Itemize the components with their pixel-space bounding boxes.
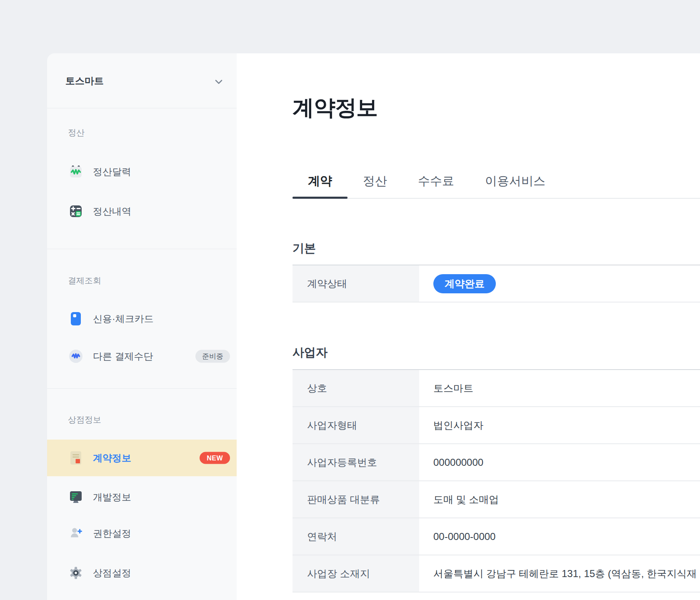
row-label: 연락처 (292, 518, 419, 555)
sidebar-item-label: 상점설정 (93, 567, 131, 580)
section-label-store-info: 상점정보 (68, 413, 101, 426)
sidebar-item-label: 정산달력 (93, 165, 131, 178)
table-row: 사업자등록번호 000000000 (292, 444, 700, 481)
sidebar-item-contract-info[interactable]: 계약정보 NEW (47, 440, 237, 476)
sidebar-item-label: 권한설정 (93, 527, 131, 540)
merchant-selector[interactable]: 토스마트 (47, 53, 237, 108)
credit-card-icon (69, 312, 83, 326)
ready-badge: 준비중 (195, 350, 230, 363)
sidebar-item-label: 다른 결제수단 (93, 350, 153, 363)
new-badge: NEW (200, 452, 230, 464)
table-row: 판매상품 대분류 도매 및 소매업 (292, 481, 700, 518)
person-add-icon (69, 526, 83, 540)
merchant-name: 토스마트 (65, 53, 104, 108)
sidebar-item-label: 신용·체크카드 (93, 312, 154, 325)
row-label: 사업자등록번호 (292, 444, 419, 480)
sidebar-divider (47, 249, 237, 249)
table-row: 사업자형태 법인사업자 (292, 407, 700, 444)
row-value: 서울특별시 강남구 테헤란로 131, 15층 (역삼동, 한국지식재 (419, 555, 700, 592)
tab-settlement[interactable]: 정산 (348, 164, 402, 198)
page-title: 계약정보 (292, 93, 378, 122)
table-row: 상호 토스마트 (292, 370, 700, 407)
section-heading-business: 사업자 (292, 345, 328, 360)
row-value: 000000000 (419, 444, 700, 480)
basic-info-table: 계약상태 계약완료 (292, 265, 700, 302)
row-value: 토스마트 (419, 370, 700, 406)
won-circle-icon (69, 349, 83, 363)
table-row: 계약상태 계약완료 (292, 265, 700, 302)
row-label: 사업자형태 (292, 407, 419, 443)
tab-fees[interactable]: 수수료 (402, 164, 470, 198)
sidebar-item-credit-check-card[interactable]: 신용·체크카드 (47, 307, 237, 330)
sidebar-item-label: 정산내역 (93, 205, 131, 218)
sidebar-item-settlement-calendar[interactable]: 정산달력 (47, 160, 237, 183)
business-info-table: 상호 토스마트 사업자형태 법인사업자 사업자등록번호 000000000 판매… (292, 369, 700, 592)
contract-status-badge: 계약완료 (433, 274, 496, 293)
row-label: 사업장 소재지 (292, 555, 419, 592)
section-label-payments: 결제조회 (68, 274, 101, 287)
sidebar-item-settlement-history[interactable]: 정산내역 (47, 200, 237, 223)
gear-icon (69, 566, 83, 580)
row-value: 계약완료 (419, 265, 700, 302)
tab-contract[interactable]: 계약 (292, 164, 348, 198)
dev-monitor-icon (69, 490, 83, 504)
sidebar-item-label: 개발정보 (93, 491, 131, 504)
sidebar-item-dev-info[interactable]: 개발정보 (47, 485, 237, 509)
row-value: 00-0000-0000 (419, 518, 700, 555)
settlement-history-icon (69, 204, 83, 218)
chevron-down-icon[interactable] (213, 76, 224, 87)
table-row: 사업장 소재지 서울특별시 강남구 테헤란로 131, 15층 (역삼동, 한국… (292, 555, 700, 592)
sidebar-item-store-settings[interactable]: 상점설정 (47, 561, 237, 585)
table-row: 연락처 00-0000-0000 (292, 518, 700, 555)
row-value: 법인사업자 (419, 407, 700, 443)
settlement-calendar-icon (69, 165, 83, 179)
tab-bar: 계약 정산 수수료 이용서비스 (292, 164, 700, 199)
row-label: 상호 (292, 370, 419, 406)
tab-services[interactable]: 이용서비스 (470, 164, 561, 198)
main-content: 계약정보 계약 정산 수수료 이용서비스 기본 계약상태 계약완료 사업자 상호… (237, 53, 700, 600)
sidebar-item-other-payment-methods[interactable]: 다른 결제수단 준비중 (47, 345, 237, 368)
contract-doc-icon (69, 451, 83, 465)
sidebar: 토스마트 정산 정산달력 (47, 53, 237, 600)
section-heading-basic: 기본 (292, 240, 316, 256)
row-label: 판매상품 대분류 (292, 481, 419, 518)
sidebar-item-label: 계약정보 (93, 452, 131, 465)
section-label-settlement: 정산 (68, 126, 85, 139)
sidebar-item-permission-settings[interactable]: 권한설정 (47, 522, 237, 545)
row-value: 도매 및 소매업 (419, 481, 700, 518)
sidebar-divider (47, 388, 237, 389)
row-label: 계약상태 (292, 265, 419, 302)
